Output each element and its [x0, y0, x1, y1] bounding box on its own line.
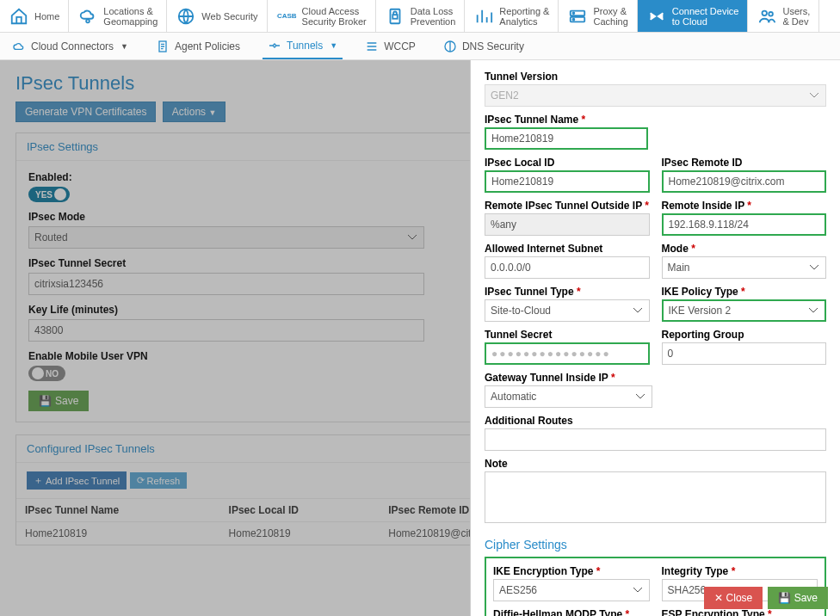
cipher-settings-header: Cipher Settings [485, 538, 826, 551]
svg-rect-3 [392, 15, 398, 19]
svg-point-6 [573, 12, 575, 14]
keylife-input[interactable] [28, 319, 424, 342]
casb-icon: CASB [276, 6, 297, 27]
nav-locations[interactable]: Locations & Geomapping [69, 0, 167, 32]
mode-label: Mode * [662, 243, 827, 255]
gw-inside-label: Gateway Tunnel Inside IP * [485, 372, 652, 384]
col-local: IPsec Local ID [220, 499, 380, 522]
nav-connect-device-label: Connect Device to Cloud [672, 6, 739, 27]
esp-label: ESP Encryption Type * [662, 608, 818, 616]
tunnel-type-select[interactable]: Site-to-Cloud [485, 299, 650, 322]
drawer-save-button[interactable]: 💾 Save [768, 587, 828, 609]
globe-icon [176, 6, 196, 27]
subnav-agent-policies[interactable]: Agent Policies [151, 33, 245, 59]
additional-routes-input[interactable] [485, 428, 826, 451]
subnav-wccp[interactable]: WCCP [360, 33, 421, 59]
nav-users[interactable]: Users, & Dev [748, 0, 819, 32]
tunnel-icon [268, 39, 281, 52]
subnav-dns-security[interactable]: DNS Security [438, 33, 529, 59]
reporting-group-input[interactable] [662, 342, 827, 365]
ipsec-save-label: Save [55, 395, 78, 407]
remote-id-input[interactable] [662, 170, 827, 193]
ike-enc-label: IKE Encryption Type * [493, 565, 650, 577]
additional-routes-label: Additional Routes [485, 415, 826, 427]
svg-point-0 [87, 19, 90, 22]
tunnel-name-input[interactable] [485, 127, 648, 150]
nav-casb-label: Cloud Access Security Broker [302, 6, 367, 27]
allowed-subnet-input[interactable] [485, 256, 650, 279]
nav-web-security[interactable]: Web Security [167, 0, 267, 32]
home-icon [9, 6, 29, 27]
mobile-vpn-toggle-text: NO [46, 369, 59, 379]
proxy-icon [567, 6, 588, 27]
ipsec-secret-input[interactable] [28, 273, 424, 295]
tunnel-type-label: IPsec Tunnel Type * [485, 286, 650, 298]
nav-casb[interactable]: CASB Cloud Access Security Broker [268, 0, 376, 32]
close-icon: ✕ [714, 592, 726, 604]
enabled-toggle-text: YES [35, 190, 52, 200]
subnav-tunnels-label: Tunnels [287, 40, 323, 52]
drawer-save-label: Save [794, 592, 818, 604]
refresh-label: Refresh [147, 476, 181, 486]
allowed-subnet-label: Allowed Internet Subnet [485, 243, 650, 255]
tunnel-secret-label: Tunnel Secret [485, 329, 650, 341]
actions-button-label: Actions [172, 106, 206, 118]
dns-icon [443, 40, 457, 53]
refresh-button[interactable]: ⟳Refresh [130, 472, 188, 489]
save-icon: 💾 [39, 395, 52, 407]
remote-inside-label: Remote Inside IP * [662, 200, 827, 212]
dh-label: Diffie-Hellman MODP Type * [493, 608, 650, 616]
subnav-cloud-connectors[interactable]: Cloud Connectors ▼ [7, 33, 133, 59]
nav-home[interactable]: Home [0, 0, 69, 32]
cloud-icon [12, 40, 26, 53]
caret-down-icon: ▼ [120, 42, 128, 51]
ipsec-mode-select[interactable]: Routed [28, 226, 424, 249]
remote-outside-label: Remote IPsec Tunnel Outside IP * [485, 200, 650, 212]
nav-connect-device[interactable]: Connect Device to Cloud [638, 0, 749, 32]
caret-down-icon: ▼ [330, 41, 337, 50]
tunnel-edit-drawer: Tunnel Version GEN2 IPsec Tunnel Name * … [470, 60, 840, 616]
tunnel-secret-input[interactable]: ●●●●●●●●●●●●●●● [485, 342, 650, 365]
nav-dlp[interactable]: Data Loss Prevention [376, 0, 466, 32]
reporting-group-label: Reporting Group [662, 329, 827, 341]
gw-inside-select[interactable]: Automatic [485, 385, 652, 408]
plus-icon: ＋ [34, 474, 43, 487]
drawer-close-label: Close [726, 592, 753, 604]
svg-point-8 [763, 10, 768, 15]
tunnel-version-select: GEN2 [485, 84, 826, 107]
enabled-toggle[interactable]: YES [28, 187, 70, 202]
cell-name: Home210819 [16, 522, 220, 545]
nav-reporting-label: Reporting & Analytics [499, 6, 549, 27]
generate-vpn-button[interactable]: Generate VPN Certificates [15, 102, 156, 122]
add-tunnel-button[interactable]: ＋Add IPsec Tunnel [27, 471, 127, 490]
nav-proxy[interactable]: Proxy & Caching [559, 0, 637, 32]
add-tunnel-label: Add IPsec Tunnel [46, 476, 120, 486]
mobile-vpn-toggle[interactable]: NO [28, 366, 65, 381]
subnav-tunnels[interactable]: Tunnels ▼ [262, 33, 343, 59]
chart-icon [473, 6, 494, 27]
note-label: Note [485, 458, 826, 470]
drawer-close-button[interactable]: ✕ Close [704, 587, 763, 609]
top-nav: Home Locations & Geomapping Web Security… [0, 0, 840, 33]
actions-button[interactable]: Actions ▼ [163, 102, 226, 122]
svg-point-9 [769, 11, 774, 15]
nav-home-label: Home [34, 11, 59, 22]
svg-point-7 [573, 18, 575, 20]
remote-inside-input[interactable] [662, 213, 827, 236]
toggle-knob [32, 367, 44, 379]
remote-outside-input [485, 213, 650, 236]
local-id-input[interactable] [485, 170, 650, 193]
users-icon [757, 6, 777, 27]
subnav-agent-policies-label: Agent Policies [175, 40, 240, 52]
nav-reporting[interactable]: Reporting & Analytics [465, 0, 559, 32]
ike-policy-label: IKE Policy Type * [662, 286, 827, 298]
note-textarea[interactable] [485, 471, 826, 523]
ipsec-save-button[interactable]: 💾 Save [28, 391, 89, 411]
toggle-knob [54, 188, 66, 200]
tunnel-name-label: IPsec Tunnel Name * [485, 114, 826, 126]
ike-policy-select[interactable]: IKE Version 2 [662, 299, 827, 322]
mode-select[interactable]: Main [662, 256, 827, 279]
nav-locations-label: Locations & Geomapping [103, 6, 158, 27]
ike-enc-select[interactable]: AES256 [493, 579, 650, 601]
save-icon: 💾 [778, 592, 794, 604]
